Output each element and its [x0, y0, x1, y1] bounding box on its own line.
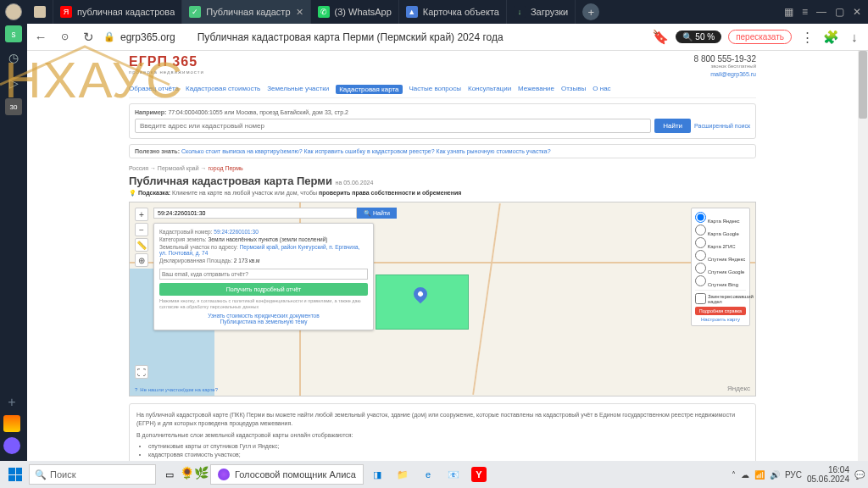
info-link-2[interactable]: Публицистика на земельную тему [220, 319, 308, 324]
new-tab-button[interactable]: + [582, 3, 599, 20]
layer-checkbox[interactable]: Заинтересовавший надел [695, 290, 746, 304]
close-button[interactable]: ✕ [853, 6, 861, 18]
tray-lang[interactable]: РУС [785, 470, 802, 480]
sidebar-app-s[interactable]: s [5, 25, 22, 42]
nav-item[interactable]: О нас [593, 85, 610, 94]
map-search-button[interactable]: 🔍 Найти [357, 208, 397, 219]
layer-option[interactable]: Карта 2ГИС [695, 237, 746, 249]
task-view-icon[interactable]: ▭ [158, 463, 181, 486]
tab-6[interactable]: ↓ Загрузки [507, 0, 576, 24]
close-icon[interactable]: ✕ [296, 7, 303, 18]
calendar-badge[interactable]: 30 [5, 98, 22, 115]
reload-button[interactable]: ↻ [80, 29, 97, 46]
locate-icon[interactable]: ⊕ [135, 253, 148, 267]
start-button[interactable] [3, 463, 27, 486]
zoom-out-button[interactable]: − [135, 223, 148, 236]
search-button[interactable]: Найти [654, 119, 691, 133]
configure-map-link[interactable]: Настроить карту [695, 317, 746, 322]
layer-card: Карта Яндекс Карта Google Карта 2ГИС Спу… [691, 208, 750, 326]
help-link[interactable]: Сколько стоит выписка на квартиру/землю? [181, 148, 303, 154]
layer-option[interactable]: Спутник Google [695, 263, 746, 274]
taskbar-app-yandex[interactable]: Y [467, 463, 491, 486]
alice-icon[interactable] [3, 437, 20, 454]
map-search-input[interactable] [153, 208, 357, 219]
help-link[interactable]: Как исправить ошибку в кадастровом реест… [304, 148, 435, 154]
taskbar-app-1[interactable]: ◨ [365, 463, 389, 486]
taskbar-clock[interactable]: 16:04 05.06.2024 [807, 465, 849, 484]
download-icon[interactable]: ↓ [846, 29, 863, 46]
nav-item[interactable]: Кадастровая стоимость [186, 85, 260, 94]
email-input[interactable] [159, 269, 368, 280]
nav-item[interactable]: Земельные участки [267, 85, 329, 94]
selected-parcel[interactable] [376, 274, 469, 330]
nav-item[interactable]: Консультации [468, 85, 511, 94]
advanced-search-link[interactable]: Расширенный поиск [694, 123, 750, 129]
map-footer-question[interactable]: ?Не нашли участок/дом на карте? [135, 387, 218, 392]
user-avatar[interactable] [5, 3, 22, 20]
scrollbar[interactable] [858, 51, 868, 461]
app-sidebar: s ◷ ▷ 30 + [0, 0, 27, 461]
nav-item[interactable]: Межевание [518, 85, 554, 94]
info-link-1[interactable]: Узнать стоимость юридических документов [208, 313, 319, 319]
page-heading: Публичная кадастровая карта Перми на 05.… [129, 175, 756, 187]
yandex-icon[interactable] [3, 415, 20, 432]
nav-item-active[interactable]: Кадастровая карта [336, 85, 402, 94]
layer-option[interactable]: Карта Google [695, 225, 746, 236]
ext-icon-1[interactable]: ▦ [784, 6, 793, 18]
scrollbar-thumb[interactable] [859, 51, 867, 119]
map-provider: Яндекс [727, 385, 750, 392]
tab-4[interactable]: ✆ (3) WhatsApp [311, 0, 399, 24]
tab-2[interactable]: Я публичная кадастровa [53, 0, 182, 24]
clock-icon[interactable]: ◷ [3, 47, 24, 68]
taskbar-search[interactable]: 🔍 Поиск [29, 464, 156, 485]
page-content: ЕГРП 365проверка недвижимости 8 800 555-… [27, 51, 858, 461]
help-link[interactable]: Как узнать рыночную стоимость участка? [437, 148, 551, 154]
home-button[interactable]: ⊙ [56, 29, 73, 46]
tab-1[interactable] [27, 0, 53, 24]
notifications-icon[interactable]: 💬 [854, 470, 865, 480]
retell-button[interactable]: пересказать [728, 30, 792, 44]
cadastral-map[interactable]: + − 📏 ⊕ ⛶ 🔍 Найти Кадастровый номер: 59:… [129, 202, 756, 396]
bookmark-icon[interactable]: 🔖 [652, 29, 669, 45]
url-box[interactable]: 🔒 egrp365.org Публичная кадастровая карт… [103, 31, 645, 43]
maximize-button[interactable]: ▢ [835, 6, 844, 18]
tab-3-active[interactable]: ✓ Публичная кадастр ✕ [182, 0, 310, 24]
get-report-button[interactable]: Получить подробный отчёт [159, 283, 368, 296]
zoom-in-button[interactable]: + [135, 208, 148, 221]
tray-volume-icon[interactable]: 🔊 [770, 470, 780, 480]
flowers-decoration [183, 464, 209, 485]
layer-option[interactable]: Карта Яндекс [695, 212, 746, 224]
taskbar-app-4[interactable]: 📧 [442, 463, 465, 486]
expand-icon[interactable]: ⛶ [135, 365, 148, 379]
ext-icon-2[interactable]: ≡ [802, 6, 808, 18]
zoom-indicator[interactable]: 🔍50 % [676, 30, 721, 43]
tray-icon[interactable]: ☁ [741, 470, 749, 480]
nav-item[interactable]: Частые вопросы [409, 85, 461, 94]
address-input[interactable] [135, 119, 651, 133]
whatsapp-favicon: ✆ [318, 6, 330, 18]
sidebar-add-button[interactable]: + [8, 395, 15, 410]
taskbar-app-2[interactable]: 📁 [391, 463, 415, 486]
nav-item[interactable]: Отзывы [561, 85, 586, 94]
address-bar: ← ⊙ ↻ 🔒 egrp365.org Публичная кадастрова… [27, 24, 868, 51]
menu-icon[interactable]: ⋮ [798, 29, 815, 46]
lock-icon: 🔒 [103, 31, 115, 42]
tray-wifi-icon[interactable]: 📶 [754, 470, 765, 480]
layer-option[interactable]: Спутник Bing [695, 275, 746, 287]
alice-bar[interactable]: Голосовой помощник Алиса [210, 464, 364, 485]
tab-5[interactable]: ▲ Карточка объекта [399, 0, 507, 24]
nav-item[interactable]: Образец отчёта [129, 85, 179, 94]
play-icon[interactable]: ▷ [3, 73, 24, 93]
extensions-icon[interactable]: 🧩 [822, 29, 839, 46]
kn-link[interactable]: 59:24:2260101:30 [214, 229, 258, 235]
tray-chevron-icon[interactable]: ˄ [732, 470, 736, 480]
ruler-icon[interactable]: 📏 [135, 238, 148, 252]
layer-option[interactable]: Спутник Яндекс [695, 250, 746, 262]
description-box: На публичной кадастровой карте (ПКК) Пер… [129, 403, 756, 461]
minimize-button[interactable]: — [816, 6, 826, 18]
email-link[interactable]: mail@egrp365.ru [710, 71, 756, 77]
taskbar-app-3[interactable]: e [416, 463, 440, 486]
site-logo[interactable]: ЕГРП 365проверка недвижимости [129, 54, 204, 75]
details-button[interactable]: Подробная справка [695, 307, 746, 315]
back-button[interactable]: ← [32, 29, 49, 46]
